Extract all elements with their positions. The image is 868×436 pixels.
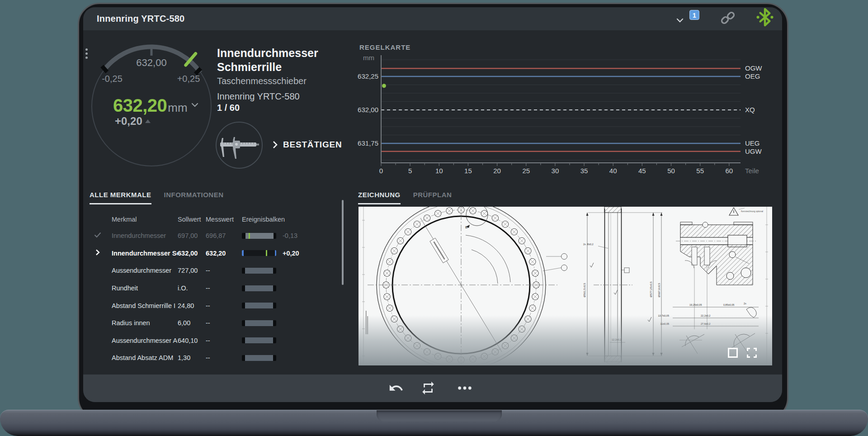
svg-text:Teile: Teile [745,167,759,175]
svg-text:45: 45 [638,167,646,175]
gauge-value: 632,20 [113,95,167,116]
trend-up-icon [145,119,151,123]
svg-text:631,75: 631,75 [358,139,378,147]
svg-text:B: B [465,225,467,229]
table-row[interactable]: Radius innen6,00-- [83,314,336,332]
svg-text:55: 55 [696,167,704,175]
measured-value: -- [206,337,242,344]
target-value: 24,80 [178,302,206,309]
gauge-deviation: +0,20 [115,115,142,128]
tab-pruefplan[interactable]: PRÜFPLAN [413,191,452,204]
target-value: 727,00 [178,267,206,274]
svg-text:60: 60 [725,167,733,175]
feature-name: Abstand Schmierrille I [112,302,178,309]
link-icon[interactable] [718,8,738,28]
measured-value: -- [206,284,242,292]
feature-name: Innendurchmesser Schmierrille [112,250,178,257]
table-row[interactable]: Rundheiti.O.-- [83,280,336,297]
table-row[interactable]: Innendurchmesser697,00696,87-0,13 [83,227,336,245]
tab-alle-merkmale[interactable]: ALLE MERKMALE [90,191,151,204]
table-row[interactable]: Abstand Schmierrille I24,80-- [83,297,336,314]
gauge-nominal: 632,00 [136,57,166,68]
table-row[interactable]: Aussendurchmesser727,00-- [83,262,336,280]
svg-text:Ø577,25±0,5: Ø577,25±0,5 [650,281,652,297]
target-value: 6,00 [178,319,206,327]
table-row[interactable]: Aussendurchmesser A640,10-- [83,332,336,350]
svg-text:0,85±0,05: 0,85±0,05 [723,303,734,306]
svg-text:UGW: UGW [745,147,762,155]
measurement-title: Innendurchmesser Schmierrille [217,46,318,74]
feature-name: Innendurchmesser [112,232,178,239]
notification-badge[interactable]: 1 [689,10,699,20]
measurement-part: Innenring YRTC-580 [217,91,300,102]
check-icon [94,232,101,239]
target-value: i.O. [178,284,206,292]
svg-text:632,00: 632,00 [358,106,378,114]
right-tabs: ZEICHNUNG PRÜFPLAN [358,191,452,204]
svg-text:Ø697,9±0,5: Ø697,9±0,5 [658,283,660,297]
feature-name: Abstand Absatz ADM [112,354,178,361]
more-icon[interactable] [457,380,472,396]
measured-value: 632,20 [206,250,242,257]
svg-text:UEG: UEG [745,139,760,147]
target-value: 1,30 [178,354,206,361]
event-bar [242,233,276,239]
svg-text:5: 5 [408,167,412,175]
target-value: 640,10 [178,337,206,344]
laptop-notch [377,410,502,422]
technical-drawing: B [359,207,772,365]
svg-text:35: 35 [580,167,588,175]
target-value: 697,00 [178,232,206,239]
confirm-button[interactable]: BESTÄTIGEN [273,140,342,150]
svg-text:Ø561,5±0,5: Ø561,5±0,5 [583,283,586,297]
svg-text:30: 30 [552,167,559,175]
caliper-image [216,122,263,169]
svg-text:10: 10 [435,167,443,175]
event-bar [242,268,276,274]
target-value: 632,00 [178,250,206,257]
svg-text:0: 0 [379,167,383,175]
feature-table: Merkmal Sollwert Messwert Ereignisbalken… [83,212,336,367]
bluetooth-icon[interactable] [755,7,775,28]
chevron-down-icon[interactable] [676,18,684,23]
deviation-value: -0,13 [278,232,313,239]
event-bar [242,250,276,256]
gauge-value-row[interactable]: 632,20 mm [113,95,198,116]
feature-name: Rundheit [112,284,178,292]
chevron-right-icon [95,249,100,257]
svg-text:20: 20 [493,167,501,175]
event-bar [242,355,276,361]
svg-text:25: 25 [522,167,530,175]
drawing-page-icon[interactable] [728,348,738,358]
svg-text:OGW: OGW [745,64,762,72]
stage: Innenring YRTC-580 1 632,00 -0,25 +0,25 [0,0,868,436]
svg-text:40: 40 [609,167,617,175]
undo-icon[interactable] [388,380,404,396]
gauge-dropdown-icon[interactable] [191,103,198,107]
svg-text:632,25: 632,25 [358,72,378,80]
chevron-right-icon [273,141,278,149]
table-scrollbar[interactable] [342,200,344,285]
event-bar [242,337,276,343]
svg-text:50: 50 [667,167,675,175]
table-row[interactable]: Innendurchmesser Schmierrille632,00632,2… [83,245,336,262]
svg-text:2x .8±0,2: 2x .8±0,2 [583,243,594,246]
svg-text:Kennzeichnung optional: Kennzeichnung optional [741,210,763,213]
caliper-icon [217,123,261,167]
svg-text:-0,25: -0,25 [102,74,123,84]
app-display: Innenring YRTC-580 1 632,00 -0,25 +0,25 [83,7,782,402]
event-bar [242,285,276,291]
measured-value: -- [206,267,242,274]
gauge-unit: mm [168,101,187,115]
measured-value: -- [206,302,242,309]
table-row[interactable]: Abstand Absatz ADM1,30-- [83,349,336,367]
repeat-icon[interactable] [420,380,436,396]
svg-text:OEG: OEG [745,72,760,80]
svg-text:XQ: XQ [745,106,755,114]
measurement-device: Taschenmessschieber [217,76,307,86]
tab-zeichnung[interactable]: ZEICHNUNG [358,191,401,204]
measured-value: -- [206,319,242,327]
fullscreen-icon[interactable] [747,348,757,358]
tab-informationen[interactable]: INFORMATIONEN [164,191,224,204]
svg-text:15: 15 [464,167,472,175]
